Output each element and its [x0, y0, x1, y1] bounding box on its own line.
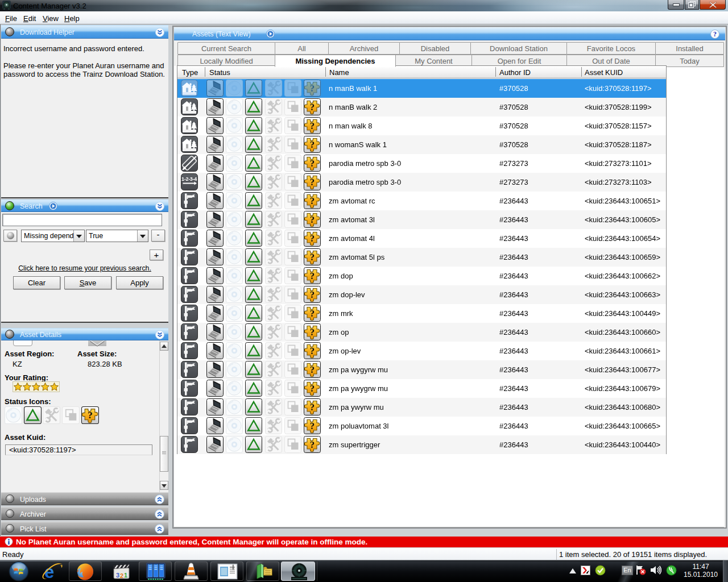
- svg-text:2: 2: [120, 572, 123, 579]
- svg-text:?: ?: [713, 30, 717, 38]
- svg-text:1: 1: [124, 572, 127, 579]
- svg-text:3: 3: [116, 572, 119, 579]
